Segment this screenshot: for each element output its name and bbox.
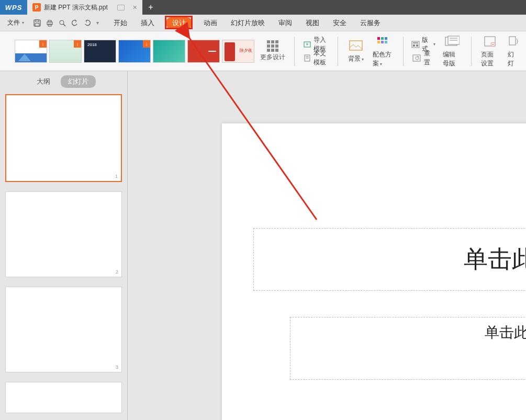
document-icon: [303, 53, 311, 63]
template-thumb[interactable]: ↓: [49, 40, 82, 63]
grid-icon: [267, 40, 278, 52]
page-setup-label: 页面设置: [481, 50, 500, 68]
reset-label: 重置: [424, 49, 436, 67]
local-template-label: 本文模板: [314, 49, 329, 67]
separator: [471, 37, 472, 66]
wps-logo[interactable]: WPS: [0, 0, 27, 15]
template-thumb[interactable]: ↓: [15, 40, 47, 63]
background-button[interactable]: 背景▾: [343, 37, 368, 65]
svg-rect-21: [413, 44, 415, 47]
layout-icon: [411, 39, 420, 50]
document-tab[interactable]: P 新建 PPT 演示文稿.ppt ×: [27, 0, 142, 15]
palette-icon: [376, 35, 390, 49]
reset-button[interactable]: 重置: [408, 52, 439, 64]
svg-rect-12: [350, 41, 362, 50]
quick-access-toolbar: ▾: [32, 18, 99, 28]
subtitle-placeholder[interactable]: 单击此处添加副: [290, 317, 526, 380]
print-preview-icon[interactable]: [58, 18, 67, 28]
tab-design[interactable]: 设计: [166, 17, 192, 29]
slide-orientation-button[interactable]: 幻灯: [503, 32, 523, 70]
slide-number: 2: [116, 269, 118, 275]
panel-tab-outline[interactable]: 大纲: [31, 75, 55, 88]
file-menu[interactable]: 文件 ▾: [4, 17, 27, 28]
title-placeholder[interactable]: 单击此处添加: [253, 228, 526, 291]
tab-insert[interactable]: 插入: [139, 17, 156, 29]
titlebar: WPS P 新建 PPT 演示文稿.ppt × +: [0, 0, 526, 15]
color-scheme-label: 配色方案: [373, 51, 391, 67]
menubar: 文件 ▾ ▾ 开始 插入 设计 动画 幻灯片放映 审阅 视图 安全 云服务: [0, 15, 526, 31]
master-icon: [445, 35, 460, 49]
workspace: 大纲 幻灯片 1 2 3 单击此处添加 单击此处添加副: [0, 71, 526, 420]
slide-number: 1: [115, 174, 118, 179]
slide-thumb[interactable]: 2: [5, 191, 122, 277]
svg-line-7: [63, 24, 65, 26]
ppt-icon: P: [32, 3, 41, 12]
tab-cloud[interactable]: 云服务: [358, 17, 383, 29]
tab-slideshow[interactable]: 幻灯片放映: [229, 17, 267, 29]
slide-thumb[interactable]: 3: [5, 287, 122, 372]
color-scheme-button[interactable]: 配色方案▾: [368, 32, 398, 70]
template-thumb[interactable]: 除夕夜: [222, 40, 254, 63]
edit-master-button[interactable]: 编辑母版: [439, 32, 466, 70]
chevron-down-icon: ▾: [433, 42, 435, 47]
presentation-mode-icon[interactable]: [117, 5, 125, 10]
svg-rect-23: [413, 55, 420, 61]
tab-animation[interactable]: 动画: [202, 17, 219, 29]
file-menu-label: 文件: [7, 18, 20, 27]
slide-editor[interactable]: 单击此处添加 单击此处添加副: [222, 123, 526, 420]
more-designs-button[interactable]: 更多设计: [256, 37, 289, 65]
page-setup-icon: [483, 35, 497, 49]
qat-dropdown-icon[interactable]: ▾: [96, 20, 99, 26]
template-thumb[interactable]: ↓: [118, 40, 151, 63]
svg-rect-18: [385, 41, 387, 43]
separator: [338, 37, 338, 66]
panel-tab-slides[interactable]: 幻灯片: [61, 75, 96, 88]
local-template-button[interactable]: 本文模板: [300, 52, 332, 64]
canvas[interactable]: 单击此处添加 单击此处添加副: [128, 71, 526, 420]
design-templates: ↓ ↓ ↓ 春节 除夕夜 更多设计: [15, 37, 289, 65]
svg-point-6: [60, 20, 64, 25]
tab-view[interactable]: 视图: [304, 17, 321, 29]
close-tab-icon[interactable]: ×: [133, 3, 137, 12]
panel-tabs: 大纲 幻灯片: [0, 71, 127, 94]
save-icon[interactable]: [32, 18, 42, 28]
ribbon-tabs: 开始 插入 设计 动画 幻灯片放映 审阅 视图 安全 云服务: [111, 17, 383, 29]
slide-thumb[interactable]: [5, 382, 122, 413]
svg-rect-31: [509, 37, 516, 45]
download-icon: ↓: [39, 40, 47, 48]
more-designs-label: 更多设计: [260, 53, 285, 62]
redo-icon[interactable]: [83, 18, 92, 28]
separator: [294, 37, 295, 66]
chevron-down-icon: ▾: [22, 20, 24, 25]
svg-rect-20: [413, 42, 418, 43]
slide-thumb[interactable]: 1: [5, 94, 122, 182]
template-thumb[interactable]: [84, 40, 116, 63]
document-tab-label: 新建 PPT 演示文稿.ppt: [44, 3, 108, 12]
orientation-icon: [506, 35, 521, 49]
svg-rect-4: [48, 20, 51, 22]
tab-start[interactable]: 开始: [111, 17, 129, 29]
import-icon: [303, 39, 311, 50]
template-thumb[interactable]: [153, 40, 185, 63]
undo-icon[interactable]: [70, 18, 80, 28]
new-tab-button[interactable]: +: [142, 0, 159, 15]
svg-rect-16: [377, 41, 380, 43]
separator: [403, 37, 404, 66]
print-icon[interactable]: [45, 18, 54, 28]
svg-rect-14: [381, 37, 384, 40]
slide-number: 3: [116, 365, 118, 370]
slide-orientation-label: 幻灯: [508, 50, 519, 68]
template-thumb[interactable]: 春节: [187, 40, 220, 63]
tab-security[interactable]: 安全: [331, 17, 349, 29]
svg-rect-17: [381, 41, 384, 43]
background-icon: [349, 39, 363, 53]
svg-rect-2: [35, 24, 39, 26]
download-icon: ↓: [143, 40, 150, 48]
page-setup-button[interactable]: 页面设置: [477, 32, 504, 70]
template-label: 春节: [208, 51, 216, 52]
chevron-down-icon: ▾: [380, 62, 382, 66]
svg-rect-22: [416, 44, 418, 47]
tab-review[interactable]: 审阅: [276, 17, 294, 29]
background-label: 背景: [348, 55, 361, 62]
reset-icon: [411, 53, 421, 63]
